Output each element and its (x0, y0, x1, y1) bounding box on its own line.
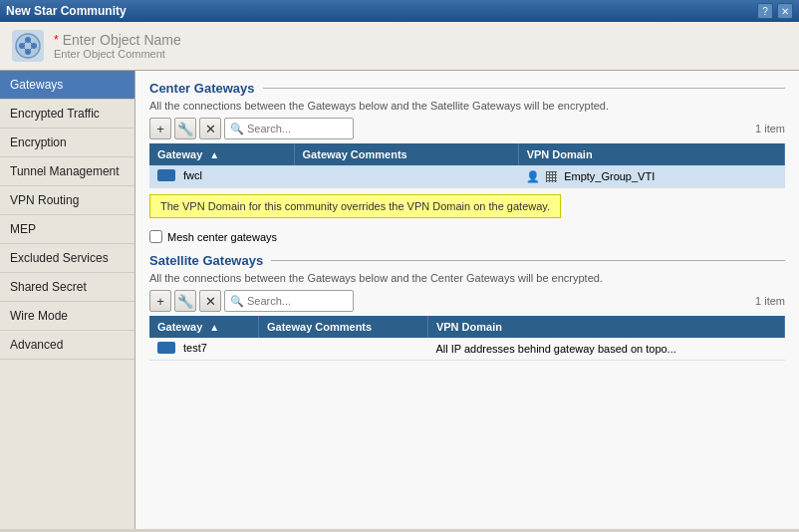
object-comment-field[interactable]: Enter Object Comment (54, 48, 181, 60)
sort-icon: ▲ (209, 322, 219, 333)
center-table-header-row: Gateway ▲ Gateway Comments VPN Domain (149, 143, 785, 165)
sidebar-item-mep[interactable]: MEP (0, 215, 134, 244)
center-gateways-section-title: Center Gateways (149, 81, 785, 96)
satellite-gateways-toolbar: + 🔧 ✕ 🔍 1 item (149, 290, 785, 312)
satellite-gateways-description: All the connections between the Gateways… (149, 272, 785, 284)
table-row[interactable]: fwcl 👤 Empty_Group_VTI (149, 165, 785, 188)
grid-icon (546, 171, 557, 182)
center-gateways-table: Gateway ▲ Gateway Comments VPN Domain fw… (149, 143, 785, 188)
help-button[interactable]: ? (757, 3, 773, 19)
mesh-center-checkbox[interactable] (149, 230, 162, 243)
satellite-add-button[interactable]: + (149, 290, 171, 312)
sort-icon: ▲ (209, 149, 219, 160)
satellite-search-icon: 🔍 (230, 295, 244, 308)
satellite-search-input[interactable] (247, 295, 348, 307)
center-search-box[interactable]: 🔍 (224, 118, 354, 139)
main-layout: GatewaysEncrypted TrafficEncryptionTunne… (0, 71, 799, 529)
center-col-comments: Gateway Comments (294, 143, 518, 165)
vpn-domain-cell: All IP addresses behind gateway based on… (427, 338, 784, 361)
satellite-search-box[interactable]: 🔍 (224, 290, 354, 312)
center-add-button[interactable]: + (149, 118, 171, 139)
gateway-comments-cell (259, 338, 428, 361)
title-bar-buttons: ? ✕ (757, 3, 793, 19)
center-gateways-toolbar: + 🔧 ✕ 🔍 1 item (149, 118, 785, 139)
center-item-count: 1 item (755, 123, 785, 134)
sidebar-item-shared-secret[interactable]: Shared Secret (0, 273, 134, 302)
vpn-domain-warning: The VPN Domain for this community overri… (149, 194, 561, 218)
satellite-col-comments: Gateway Comments (259, 316, 428, 338)
gateway-name: test7 (157, 342, 207, 354)
gateway-cell: fwcl (149, 165, 294, 188)
sidebar-item-encryption[interactable]: Encryption (0, 129, 134, 157)
satellite-gateways-table: Gateway ▲ Gateway Comments VPN Domain te… (149, 316, 785, 361)
sidebar-item-tunnel-management[interactable]: Tunnel Management (0, 157, 134, 186)
sidebar: GatewaysEncrypted TrafficEncryptionTunne… (0, 71, 135, 529)
object-name-field[interactable]: Enter Object Name (63, 32, 181, 48)
sidebar-item-wire-mode[interactable]: Wire Mode (0, 302, 134, 331)
satellite-col-vpndomain: VPN Domain (427, 316, 784, 338)
sidebar-item-advanced[interactable]: Advanced (0, 331, 134, 360)
content-area: Center Gateways All the connections betw… (135, 71, 799, 529)
center-col-gateway: Gateway ▲ (149, 143, 294, 165)
table-row[interactable]: test7 All IP addresses behind gateway ba… (149, 338, 785, 361)
close-button[interactable]: ✕ (777, 3, 793, 19)
gateway-cell: test7 (149, 338, 259, 361)
object-icon (12, 30, 44, 62)
satellite-edit-button[interactable]: 🔧 (174, 290, 196, 312)
center-edit-button[interactable]: 🔧 (174, 118, 196, 139)
satellite-item-count: 1 item (755, 295, 785, 307)
sidebar-item-encrypted-traffic[interactable]: Encrypted Traffic (0, 100, 134, 129)
satellite-col-gateway: Gateway ▲ (149, 316, 259, 338)
user-icon: 👤 (526, 170, 540, 183)
center-gateways-description: All the connections between the Gateways… (149, 100, 785, 112)
center-search-input[interactable] (247, 123, 348, 134)
gateway-comments-cell (294, 165, 518, 188)
satellite-remove-button[interactable]: ✕ (199, 290, 221, 312)
sidebar-item-excluded-services[interactable]: Excluded Services (0, 244, 134, 273)
header: * Enter Object Name Enter Object Comment (0, 22, 799, 71)
mesh-center-label: Mesh center gateways (167, 231, 277, 243)
satellite-gateways-section-title: Satellite Gateways (149, 253, 785, 268)
required-indicator: * (54, 33, 59, 47)
sidebar-item-vpn-routing[interactable]: VPN Routing (0, 186, 134, 215)
center-col-vpndomain: VPN Domain (518, 143, 784, 165)
window-title: New Star Community (6, 4, 127, 18)
sidebar-item-gateways[interactable]: Gateways (0, 71, 134, 100)
vpn-domain-cell: 👤 Empty_Group_VTI (518, 165, 784, 188)
gateway-name: fwcl (157, 169, 202, 181)
title-bar: New Star Community ? ✕ (0, 0, 799, 22)
satellite-table-header-row: Gateway ▲ Gateway Comments VPN Domain (149, 316, 785, 338)
center-search-icon: 🔍 (230, 123, 244, 135)
center-remove-button[interactable]: ✕ (199, 118, 221, 139)
mesh-center-gateways-row: Mesh center gateways (149, 230, 785, 243)
